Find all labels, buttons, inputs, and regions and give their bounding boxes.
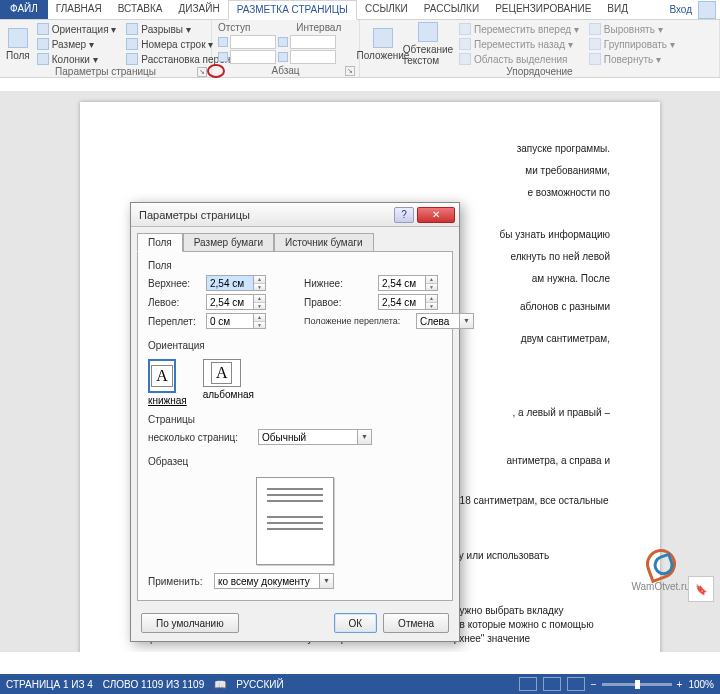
label-right: Правое:: [304, 297, 374, 308]
zoom-value[interactable]: 100%: [688, 679, 714, 690]
bottom-margin-spinner[interactable]: ▲▼: [378, 275, 438, 291]
page-setup-launcher-icon[interactable]: ↘: [197, 67, 207, 77]
label-multipages: несколько страниц:: [148, 432, 252, 443]
preview-icon: [256, 477, 334, 565]
multiple-pages-combo[interactable]: ▼: [258, 429, 372, 445]
status-proofing-icon[interactable]: 📖: [214, 679, 226, 690]
dialog-tab-margins[interactable]: Поля: [137, 233, 183, 252]
spacing-after-spinner[interactable]: [290, 50, 336, 64]
jump-to-bookmark-button[interactable]: 🔖: [688, 576, 714, 602]
dialog-help-button[interactable]: ?: [394, 207, 414, 223]
top-margin-spinner[interactable]: ▲▼: [206, 275, 266, 291]
login-link[interactable]: Вход: [669, 4, 692, 15]
label-left: Левое:: [148, 297, 202, 308]
tab-home[interactable]: ГЛАВНАЯ: [48, 0, 110, 19]
dialog-close-button[interactable]: ✕: [417, 207, 455, 223]
doc-fragment: ми требованиями,: [130, 164, 610, 178]
preview-legend: Образец: [148, 456, 188, 467]
zoom-out-icon[interactable]: −: [591, 679, 597, 690]
tab-view[interactable]: ВИД: [599, 0, 636, 19]
group-button: Группировать ▾: [586, 37, 678, 51]
orientation-button[interactable]: Ориентация ▾: [34, 22, 120, 36]
size-button[interactable]: Размер ▾: [34, 37, 120, 51]
position-button[interactable]: Положение: [366, 22, 400, 66]
dialog-tab-paper[interactable]: Размер бумаги: [183, 233, 274, 252]
bring-forward-button: Переместить вперед ▾: [456, 22, 582, 36]
pages-legend: Страницы: [148, 414, 195, 425]
zoom-in-icon[interactable]: +: [677, 679, 683, 690]
indent-right-spinner[interactable]: [230, 50, 276, 64]
watermark-text: WamOtvet.ru: [631, 581, 690, 592]
gutter-position-combo[interactable]: ▼: [416, 313, 474, 329]
right-margin-spinner[interactable]: ▲▼: [378, 294, 438, 310]
apply-to-combo[interactable]: ▼: [214, 573, 334, 589]
orientation-landscape[interactable]: Aальбомная: [203, 359, 254, 406]
doc-fragment: запуске программы.: [130, 142, 610, 156]
watermark-logo-icon: [642, 545, 680, 583]
spacing-after-icon: [278, 52, 288, 62]
orientation-portrait[interactable]: Aкнижная: [148, 359, 187, 406]
status-words[interactable]: СЛОВО 1109 ИЗ 1109: [103, 679, 204, 690]
tab-insert[interactable]: ВСТАВКА: [110, 0, 171, 19]
columns-button[interactable]: Колонки ▾: [34, 52, 120, 66]
label-gutter: Переплет:: [148, 316, 202, 327]
indent-right-icon: [218, 52, 228, 62]
page-setup-dialog: Параметры страницы ? ✕ Поля Размер бумаг…: [130, 202, 460, 642]
group-label-paragraph: Абзац: [271, 65, 299, 76]
status-language[interactable]: РУССКИЙ: [236, 679, 283, 690]
spacing-before-spinner[interactable]: [290, 35, 336, 49]
zoom-slider[interactable]: − +: [591, 679, 683, 690]
tab-references[interactable]: ССЫЛКИ: [357, 0, 416, 19]
dialog-tab-source[interactable]: Источник бумаги: [274, 233, 374, 252]
label-top: Верхнее:: [148, 278, 202, 289]
tab-mailings[interactable]: РАССЫЛКИ: [416, 0, 487, 19]
fields-legend: Поля: [148, 260, 172, 271]
rotate-button: Повернуть ▾: [586, 52, 678, 66]
dialog-title: Параметры страницы: [139, 209, 394, 221]
paragraph-launcher-icon[interactable]: ↘: [345, 66, 355, 76]
document-area: запуске программы. ми требованиями, е во…: [0, 92, 720, 652]
indent-left-icon: [218, 37, 228, 47]
orientation-legend: Ориентация: [148, 340, 205, 351]
tab-review[interactable]: РЕЦЕНЗИРОВАНИЕ: [487, 0, 599, 19]
view-read-icon[interactable]: [519, 677, 537, 691]
tab-design[interactable]: ДИЗАЙН: [171, 0, 228, 19]
watermark: WamOtvet.ru: [631, 549, 690, 592]
send-backward-button: Переместить назад ▾: [456, 37, 582, 51]
label-bottom: Нижнее:: [304, 278, 374, 289]
status-page[interactable]: СТРАНИЦА 1 ИЗ 4: [6, 679, 93, 690]
cancel-button[interactable]: Отмена: [383, 613, 449, 633]
align-button: Выровнять ▾: [586, 22, 678, 36]
group-label-page-setup: Параметры страницы: [55, 66, 156, 77]
gutter-spinner[interactable]: ▲▼: [206, 313, 266, 329]
view-print-icon[interactable]: [543, 677, 561, 691]
indent-left-spinner[interactable]: [230, 35, 276, 49]
ok-button[interactable]: ОК: [334, 613, 378, 633]
selection-pane-button[interactable]: Область выделения: [456, 52, 582, 66]
margins-button[interactable]: Поля: [6, 22, 30, 66]
view-web-icon[interactable]: [567, 677, 585, 691]
status-bar: СТРАНИЦА 1 ИЗ 4 СЛОВО 1109 ИЗ 1109 📖 РУС…: [0, 674, 720, 694]
ribbon: Поля Ориентация ▾ Размер ▾ Колонки ▾ Раз…: [0, 20, 720, 78]
group-label-arrange: Упорядочение: [506, 66, 572, 77]
tab-file[interactable]: ФАЙЛ: [0, 0, 48, 19]
tab-page-layout[interactable]: РАЗМЕТКА СТРАНИЦЫ: [228, 0, 357, 20]
wrap-text-button[interactable]: Обтекание текстом: [404, 22, 452, 66]
label-gutterpos: Положение переплета:: [304, 316, 412, 326]
spacing-before-icon: [278, 37, 288, 47]
doc-fragment: е возможности по: [130, 186, 610, 200]
default-button[interactable]: По умолчанию: [141, 613, 239, 633]
user-avatar-icon[interactable]: [698, 1, 716, 19]
left-margin-spinner[interactable]: ▲▼: [206, 294, 266, 310]
ribbon-tabbar: ФАЙЛ ГЛАВНАЯ ВСТАВКА ДИЗАЙН РАЗМЕТКА СТР…: [0, 0, 720, 20]
label-apply: Применить:: [148, 576, 208, 587]
horizontal-ruler[interactable]: [0, 78, 720, 92]
